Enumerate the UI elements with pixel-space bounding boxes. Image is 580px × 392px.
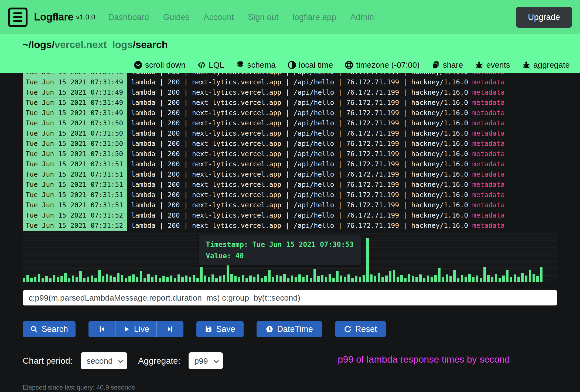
chart-bar[interactable]: [370, 274, 373, 282]
chart-bar[interactable]: [94, 278, 97, 282]
chart-bar[interactable]: [162, 276, 165, 282]
live-button[interactable]: Live: [115, 321, 156, 337]
chart-bar[interactable]: [264, 276, 267, 282]
chart-bar[interactable]: [389, 271, 391, 282]
chart-bar[interactable]: [408, 274, 410, 282]
chart-bar[interactable]: [434, 275, 437, 282]
logflare-logo[interactable]: [8, 8, 28, 27]
schema-button[interactable]: schema: [236, 60, 276, 70]
chart-bar[interactable]: [261, 278, 263, 282]
chart-bar[interactable]: [344, 277, 346, 282]
chart-bar[interactable]: [491, 277, 493, 282]
chart-bar[interactable]: [279, 276, 282, 282]
chart-bar[interactable]: [53, 275, 55, 282]
chart-bar[interactable]: [60, 276, 63, 282]
chart-bar[interactable]: [132, 274, 135, 282]
chart-bar[interactable]: [242, 275, 244, 282]
chart-bar[interactable]: [125, 278, 127, 282]
chart-bar[interactable]: [87, 277, 89, 282]
chart-bar[interactable]: [378, 273, 380, 282]
chart-bar[interactable]: [476, 276, 478, 282]
chart-bar[interactable]: [529, 270, 531, 282]
chart-bar[interactable]: [181, 277, 184, 282]
chart-bar[interactable]: [525, 276, 527, 282]
chart-bar[interactable]: [332, 278, 335, 282]
chart-bar[interactable]: [521, 273, 524, 282]
lql-button[interactable]: LQL: [197, 60, 224, 70]
chart-bar[interactable]: [178, 274, 180, 282]
chart-bar[interactable]: [211, 274, 214, 282]
chart-bar[interactable]: [359, 277, 361, 282]
chart-bar[interactable]: [91, 276, 93, 282]
chart-bar[interactable]: [189, 277, 191, 282]
chart-bar[interactable]: [215, 278, 218, 282]
metadata-link[interactable]: metadata: [472, 222, 504, 229]
chart-bar[interactable]: [208, 277, 210, 282]
chart-bar[interactable]: [170, 276, 172, 282]
chart-bar[interactable]: [400, 275, 403, 282]
local-time-button[interactable]: local time: [288, 60, 333, 70]
chart-bar[interactable]: [238, 277, 240, 282]
aggregate-button[interactable]: aggregate: [522, 60, 570, 70]
chart-bar[interactable]: [219, 276, 221, 282]
upgrade-button[interactable]: Upgrade: [516, 7, 572, 28]
chart-bar[interactable]: [245, 278, 248, 282]
save-button[interactable]: Save: [196, 321, 244, 337]
chart-bar[interactable]: [313, 269, 316, 282]
chart-period-select[interactable]: second: [81, 352, 127, 369]
metadata-link[interactable]: metadata: [472, 191, 504, 199]
chart-bar[interactable]: [276, 275, 278, 282]
nav-item-guides[interactable]: Guides: [163, 12, 189, 22]
chart-bar[interactable]: [45, 276, 48, 282]
skip-backward-button[interactable]: [88, 321, 115, 337]
metadata-link[interactable]: metadata: [472, 170, 504, 178]
chart-bar[interactable]: [298, 274, 301, 282]
chart-bar[interactable]: [223, 275, 225, 282]
chart-bar[interactable]: [385, 276, 388, 282]
chart-bar[interactable]: [291, 276, 293, 282]
chart-bar[interactable]: [302, 277, 305, 282]
chart-bar[interactable]: [72, 276, 74, 282]
nav-item-logflare-app[interactable]: logflare.app: [292, 12, 336, 22]
chart-bar[interactable]: [98, 270, 101, 282]
chart-bar[interactable]: [465, 277, 467, 282]
chart-bar[interactable]: [272, 277, 274, 282]
chart-bar[interactable]: [393, 270, 395, 282]
chart-bar[interactable]: [340, 276, 342, 282]
chart-bar[interactable]: [159, 278, 161, 282]
chart-bar[interactable]: [38, 274, 40, 282]
chart-bar[interactable]: [196, 278, 199, 282]
chart-bar[interactable]: [540, 267, 543, 282]
chart-bar[interactable]: [363, 275, 365, 282]
chart-bar[interactable]: [106, 274, 108, 282]
metadata-link[interactable]: metadata: [472, 181, 504, 188]
breadcrumb-source-link[interactable]: vercel.next_logs: [54, 39, 133, 50]
metadata-link[interactable]: metadata: [472, 160, 504, 168]
chart-bar[interactable]: [26, 275, 29, 282]
chart-bar[interactable]: [321, 275, 323, 282]
chart-bar[interactable]: [404, 278, 407, 282]
metadata-link[interactable]: metadata: [472, 129, 504, 137]
chart-bar[interactable]: [136, 277, 138, 282]
chart-bar[interactable]: [306, 275, 308, 282]
chart-bar[interactable]: [121, 275, 123, 282]
chart-bar[interactable]: [110, 276, 112, 282]
chart-bar[interactable]: [79, 271, 82, 282]
chart-bar[interactable]: [487, 275, 490, 282]
chart-bar[interactable]: [419, 274, 422, 282]
datetime-button[interactable]: DateTime: [257, 321, 322, 337]
chart-bar[interactable]: [166, 277, 169, 282]
nav-item-dashboard[interactable]: Dashboard: [108, 12, 149, 22]
metadata-link[interactable]: metadata: [472, 73, 504, 76]
chart-bar[interactable]: [397, 277, 399, 282]
metadata-link[interactable]: metadata: [472, 119, 504, 127]
chart-bar[interactable]: [495, 274, 497, 282]
chart-bar[interactable]: [147, 274, 150, 282]
chart-bar[interactable]: [381, 277, 384, 282]
chart-bar[interactable]: [155, 275, 157, 282]
chart-bar[interactable]: [230, 274, 233, 282]
chart-bar[interactable]: [23, 278, 25, 282]
chart-bar[interactable]: [204, 276, 206, 282]
chart-bar[interactable]: [117, 273, 120, 282]
chart-bar[interactable]: [431, 277, 433, 282]
